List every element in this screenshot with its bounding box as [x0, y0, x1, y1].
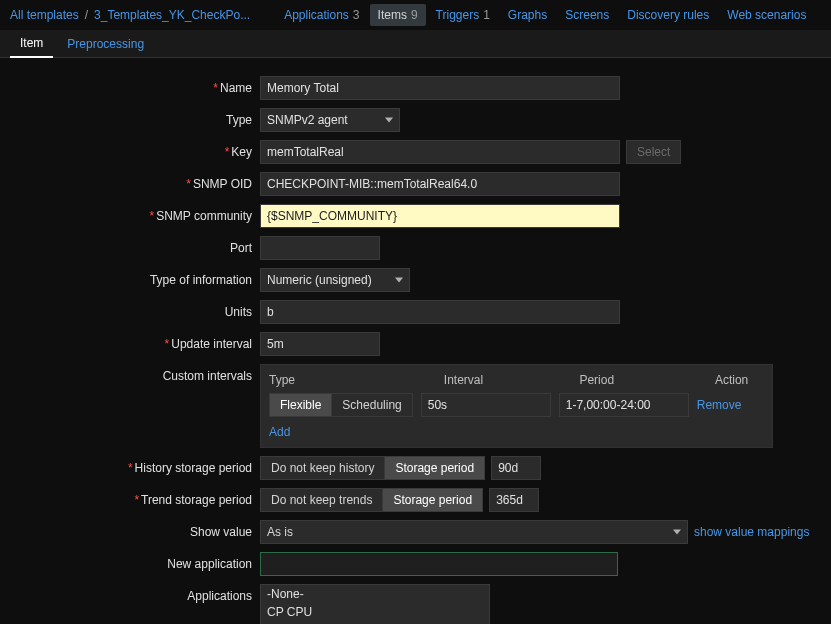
- label-snmp-community: *SNMP community: [20, 204, 260, 223]
- chevron-down-icon: [673, 530, 681, 535]
- nav-items[interactable]: Items 9: [370, 4, 426, 26]
- show-value-mappings-link[interactable]: show value mappings: [694, 525, 809, 539]
- label-snmp-oid: *SNMP OID: [20, 172, 260, 191]
- label-show-value: Show value: [20, 520, 260, 539]
- nav-label: Discovery rules: [627, 8, 709, 22]
- seg-scheduling[interactable]: Scheduling: [332, 394, 411, 416]
- nav-graphs[interactable]: Graphs: [500, 4, 555, 26]
- nav-triggers[interactable]: Triggers 1: [428, 4, 498, 26]
- ci-add-link[interactable]: Add: [269, 425, 290, 439]
- label-type: Type: [20, 108, 260, 127]
- app-option-cp-cpu[interactable]: CP CPU: [261, 603, 489, 621]
- trend-storage-period[interactable]: Storage period: [383, 489, 482, 511]
- seg-flexible[interactable]: Flexible: [270, 394, 332, 416]
- top-bar: All templates / 3_Templates_YK_CheckPo..…: [0, 0, 831, 30]
- name-input[interactable]: [260, 76, 620, 100]
- snmp-community-input[interactable]: [260, 204, 620, 228]
- label-trend-period: *Trend storage period: [20, 488, 260, 507]
- nav-label: Items: [378, 8, 407, 22]
- new-application-input[interactable]: [260, 552, 618, 576]
- nav-count: 1: [483, 8, 490, 22]
- nav-applications[interactable]: Applications 3: [276, 4, 367, 26]
- label-key: *Key: [20, 140, 260, 159]
- label-custom-intervals: Custom intervals: [20, 364, 260, 383]
- top-nav: Applications 3 Items 9 Triggers 1 Graphs…: [276, 4, 814, 26]
- trend-segmented: Do not keep trends Storage period: [260, 488, 483, 512]
- label-port: Port: [20, 236, 260, 255]
- nav-label: Screens: [565, 8, 609, 22]
- ci-period-input[interactable]: [559, 393, 689, 417]
- breadcrumb-current[interactable]: 3_Templates_YK_CheckPo...: [94, 8, 250, 22]
- history-value-input[interactable]: [491, 456, 541, 480]
- custom-intervals-header: Type Interval Period Action: [269, 373, 764, 387]
- history-do-not-keep[interactable]: Do not keep history: [261, 457, 385, 479]
- breadcrumb: All templates / 3_Templates_YK_CheckPo..…: [10, 8, 250, 22]
- snmp-oid-input[interactable]: [260, 172, 620, 196]
- history-storage-period[interactable]: Storage period: [385, 457, 484, 479]
- tabs: Item Preprocessing: [0, 30, 831, 58]
- update-interval-input[interactable]: [260, 332, 380, 356]
- chevron-down-icon: [395, 278, 403, 283]
- nav-label: Triggers: [436, 8, 480, 22]
- label-applications: Applications: [20, 584, 260, 603]
- applications-listbox[interactable]: -None- CP CPU CP General CP Memory: [260, 584, 490, 624]
- label-info-type: Type of information: [20, 268, 260, 287]
- nav-label: Applications: [284, 8, 349, 22]
- nav-count: 9: [411, 8, 418, 22]
- nav-label: Web scenarios: [727, 8, 806, 22]
- form: *Name Type SNMPv2 agent *Key Select *SNM…: [0, 58, 831, 624]
- trend-do-not-keep[interactable]: Do not keep trends: [261, 489, 383, 511]
- nav-discovery[interactable]: Discovery rules: [619, 4, 717, 26]
- chevron-down-icon: [385, 118, 393, 123]
- nav-label: Graphs: [508, 8, 547, 22]
- show-value-value: As is: [267, 525, 293, 539]
- app-option-none[interactable]: -None-: [261, 585, 489, 603]
- history-segmented: Do not keep history Storage period: [260, 456, 485, 480]
- ci-header-action: Action: [715, 373, 764, 387]
- info-type-value: Numeric (unsigned): [267, 273, 372, 287]
- label-units: Units: [20, 300, 260, 319]
- label-update-interval: *Update interval: [20, 332, 260, 351]
- ci-header-interval: Interval: [444, 373, 572, 387]
- tab-preprocessing[interactable]: Preprocessing: [57, 31, 154, 57]
- show-value-select[interactable]: As is: [260, 520, 688, 544]
- ci-header-type: Type: [269, 373, 436, 387]
- custom-interval-row: Flexible Scheduling Remove: [269, 393, 764, 417]
- breadcrumb-root[interactable]: All templates: [10, 8, 79, 22]
- key-input[interactable]: [260, 140, 620, 164]
- type-select[interactable]: SNMPv2 agent: [260, 108, 400, 132]
- ci-header-period: Period: [579, 373, 707, 387]
- type-select-value: SNMPv2 agent: [267, 113, 348, 127]
- trend-value-input[interactable]: [489, 488, 539, 512]
- tab-item[interactable]: Item: [10, 30, 53, 58]
- nav-screens[interactable]: Screens: [557, 4, 617, 26]
- breadcrumb-separator: /: [85, 8, 88, 22]
- ci-type-segmented: Flexible Scheduling: [269, 393, 413, 417]
- ci-remove-link[interactable]: Remove: [697, 398, 742, 412]
- info-type-select[interactable]: Numeric (unsigned): [260, 268, 410, 292]
- nav-web-scenarios[interactable]: Web scenarios: [719, 4, 814, 26]
- units-input[interactable]: [260, 300, 620, 324]
- label-new-application: New application: [20, 552, 260, 571]
- custom-intervals-panel: Type Interval Period Action Flexible Sch…: [260, 364, 773, 448]
- ci-interval-input[interactable]: [421, 393, 551, 417]
- key-select-button: Select: [626, 140, 681, 164]
- port-input[interactable]: [260, 236, 380, 260]
- nav-count: 3: [353, 8, 360, 22]
- label-name: *Name: [20, 76, 260, 95]
- label-history-period: *History storage period: [20, 456, 260, 475]
